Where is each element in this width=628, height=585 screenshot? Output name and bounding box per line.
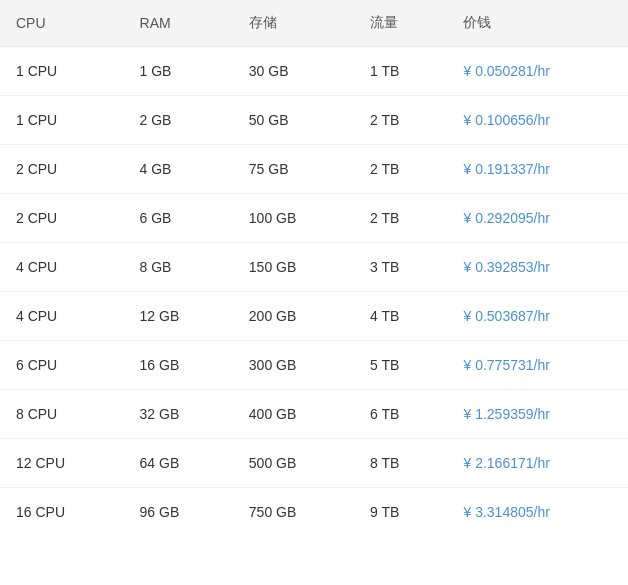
cell-price: ¥ 0.503687/hr <box>447 292 628 341</box>
cell-storage: 30 GB <box>233 47 354 96</box>
cell-cpu: 1 CPU <box>0 96 124 145</box>
cell-cpu: 2 CPU <box>0 194 124 243</box>
header-traffic: 流量 <box>354 0 447 47</box>
cell-price: ¥ 3.314805/hr <box>447 488 628 537</box>
cell-traffic: 1 TB <box>354 47 447 96</box>
cell-price: ¥ 0.392853/hr <box>447 243 628 292</box>
table-row: 4 CPU8 GB150 GB3 TB¥ 0.392853/hr <box>0 243 628 292</box>
cell-ram: 1 GB <box>124 47 233 96</box>
cell-ram: 6 GB <box>124 194 233 243</box>
table-row: 12 CPU64 GB500 GB8 TB¥ 2.166171/hr <box>0 439 628 488</box>
cell-cpu: 6 CPU <box>0 341 124 390</box>
cell-traffic: 2 TB <box>354 194 447 243</box>
cell-traffic: 2 TB <box>354 145 447 194</box>
cell-price: ¥ 1.259359/hr <box>447 390 628 439</box>
table-row: 2 CPU6 GB100 GB2 TB¥ 0.292095/hr <box>0 194 628 243</box>
cell-ram: 32 GB <box>124 390 233 439</box>
cell-cpu: 8 CPU <box>0 390 124 439</box>
table-row: 2 CPU4 GB75 GB2 TB¥ 0.191337/hr <box>0 145 628 194</box>
cell-cpu: 12 CPU <box>0 439 124 488</box>
pricing-table: CPU RAM 存储 流量 价钱 1 CPU1 GB30 GB1 TB¥ 0.0… <box>0 0 628 536</box>
table-row: 4 CPU12 GB200 GB4 TB¥ 0.503687/hr <box>0 292 628 341</box>
header-price: 价钱 <box>447 0 628 47</box>
cell-ram: 16 GB <box>124 341 233 390</box>
table-header-row: CPU RAM 存储 流量 价钱 <box>0 0 628 47</box>
header-ram: RAM <box>124 0 233 47</box>
cell-price: ¥ 0.100656/hr <box>447 96 628 145</box>
cell-storage: 500 GB <box>233 439 354 488</box>
cell-price: ¥ 0.292095/hr <box>447 194 628 243</box>
cell-traffic: 5 TB <box>354 341 447 390</box>
cell-traffic: 2 TB <box>354 96 447 145</box>
cell-cpu: 4 CPU <box>0 243 124 292</box>
table-row: 6 CPU16 GB300 GB5 TB¥ 0.775731/hr <box>0 341 628 390</box>
cell-price: ¥ 0.050281/hr <box>447 47 628 96</box>
cell-ram: 96 GB <box>124 488 233 537</box>
cell-ram: 2 GB <box>124 96 233 145</box>
cell-storage: 200 GB <box>233 292 354 341</box>
cell-storage: 300 GB <box>233 341 354 390</box>
cell-ram: 12 GB <box>124 292 233 341</box>
cell-ram: 4 GB <box>124 145 233 194</box>
cell-storage: 750 GB <box>233 488 354 537</box>
cell-cpu: 4 CPU <box>0 292 124 341</box>
cell-storage: 50 GB <box>233 96 354 145</box>
cell-ram: 64 GB <box>124 439 233 488</box>
cell-storage: 100 GB <box>233 194 354 243</box>
cell-storage: 150 GB <box>233 243 354 292</box>
cell-storage: 75 GB <box>233 145 354 194</box>
cell-price: ¥ 0.191337/hr <box>447 145 628 194</box>
table-row: 1 CPU2 GB50 GB2 TB¥ 0.100656/hr <box>0 96 628 145</box>
cell-storage: 400 GB <box>233 390 354 439</box>
cell-traffic: 6 TB <box>354 390 447 439</box>
table-row: 8 CPU32 GB400 GB6 TB¥ 1.259359/hr <box>0 390 628 439</box>
header-storage: 存储 <box>233 0 354 47</box>
table-row: 16 CPU96 GB750 GB9 TB¥ 3.314805/hr <box>0 488 628 537</box>
cell-cpu: 2 CPU <box>0 145 124 194</box>
cell-traffic: 9 TB <box>354 488 447 537</box>
cell-ram: 8 GB <box>124 243 233 292</box>
cell-traffic: 8 TB <box>354 439 447 488</box>
cell-traffic: 3 TB <box>354 243 447 292</box>
cell-cpu: 16 CPU <box>0 488 124 537</box>
cell-price: ¥ 2.166171/hr <box>447 439 628 488</box>
cell-price: ¥ 0.775731/hr <box>447 341 628 390</box>
cell-cpu: 1 CPU <box>0 47 124 96</box>
cell-traffic: 4 TB <box>354 292 447 341</box>
table-row: 1 CPU1 GB30 GB1 TB¥ 0.050281/hr <box>0 47 628 96</box>
header-cpu: CPU <box>0 0 124 47</box>
